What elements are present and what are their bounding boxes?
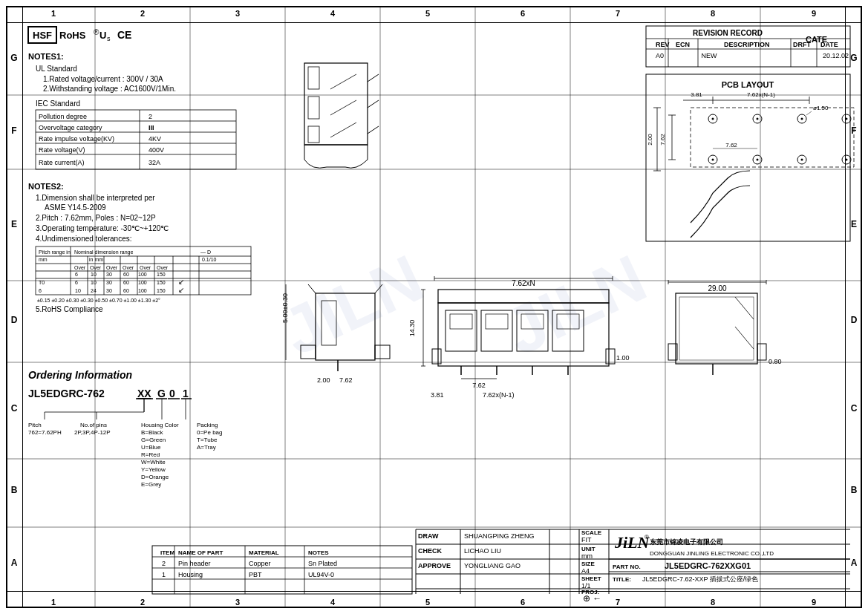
svg-text:2.00: 2.00 [647,134,653,146]
svg-text:A0: A0 [656,52,664,59]
svg-point-255 [712,118,714,120]
svg-text:ASME Y14.5-2009: ASME Y14.5-2009 [45,203,106,212]
svg-text:Over: Over [123,265,134,270]
svg-rect-192 [432,349,441,364]
svg-text:UL94V-0: UL94V-0 [308,571,334,578]
svg-text:150: 150 [157,288,166,293]
svg-text:Pollution degree: Pollution degree [39,113,87,120]
svg-text:0=Pe bag: 0=Pe bag [197,429,222,436]
svg-text:JILN: JILN [272,241,434,369]
svg-text:5.00±0.30: 5.00±0.30 [281,293,289,323]
svg-text:10: 10 [75,288,81,293]
svg-text:NAME OF PART: NAME OF PART [178,549,223,556]
svg-text:NOTES: NOTES [308,549,329,556]
svg-text:Housing: Housing [178,571,203,578]
svg-text:D: D [851,315,858,325]
svg-text:E: E [11,219,17,229]
svg-text:1: 1 [183,388,189,399]
svg-text:UNIT: UNIT [581,546,595,552]
svg-text:CE: CE [117,29,131,41]
svg-text:6: 6 [75,280,78,285]
svg-text:6: 6 [39,288,42,293]
svg-text:mm: mm [581,552,593,560]
svg-text:NEW: NEW [702,52,718,59]
svg-text:2P,3P,4P-12P: 2P,3P,4P-12P [74,429,111,436]
svg-text:REVISION RECORD: REVISION RECORD [693,29,763,37]
svg-line-175 [330,74,356,89]
svg-text:NOTES2:: NOTES2: [28,182,64,191]
svg-text:100: 100 [138,272,147,277]
svg-text:T0: T0 [39,280,45,285]
svg-text:30: 30 [106,288,112,293]
svg-text:APPROVE: APPROVE [418,562,451,569]
svg-text:FIT: FIT [581,536,592,543]
svg-text:DONGGUAN JINLING ELECTRONIC CO: DONGGUAN JINLING ELECTRONIC CO.,LTD [650,550,774,557]
svg-text:CHECK: CHECK [418,547,443,555]
svg-text:Housing Color: Housing Color [141,422,179,428]
svg-text:⊕ ←: ⊕ ← [583,593,601,604]
svg-text:in mm: in mm [89,257,103,262]
svg-text:4.Undimensioned tolerances:: 4.Undimensioned tolerances: [36,235,132,243]
svg-text:1.Rated voltage/current : 300V: 1.Rated voltage/current : 300V / 30A [43,75,163,83]
svg-text:0.80: 0.80 [769,358,782,365]
svg-text:60: 60 [123,272,129,277]
svg-text:30: 30 [106,280,112,285]
svg-text:400V: 400V [149,146,164,154]
svg-rect-168 [308,126,319,143]
svg-text:东莞市锦凌电子有限公司: 东莞市锦凌电子有限公司 [650,538,723,546]
svg-text:5: 5 [425,9,430,18]
svg-text:4: 4 [330,598,336,607]
svg-text:RoHS: RoHS [59,30,86,41]
svg-text:2.00: 2.00 [317,376,330,384]
svg-text:C: C [11,403,18,414]
svg-text:762=7.62PH: 762=7.62PH [28,429,62,436]
svg-text:W=White: W=White [141,459,166,466]
svg-text:9: 9 [812,9,816,18]
svg-text:7.62: 7.62 [725,142,737,148]
svg-text:Nominal dimension range: Nominal dimension range [74,249,133,255]
svg-text:YONGLIANG GAO: YONGLIANG GAO [464,562,521,569]
svg-text:Rate impulse voltage(KV): Rate impulse voltage(KV) [39,135,114,143]
svg-point-275 [757,159,759,161]
svg-text:XX: XX [137,388,151,399]
svg-text:®: ® [645,534,649,540]
svg-text:D: D [11,315,18,325]
svg-text:MATERIAL: MATERIAL [249,549,279,556]
svg-text:SIZE: SIZE [581,561,595,567]
svg-text:8: 8 [711,9,715,18]
svg-text:DRAW: DRAW [418,532,439,540]
svg-text:7: 7 [616,598,620,607]
svg-line-177 [330,123,356,137]
svg-text:2.Withstanding voltage : AC160: 2.Withstanding voltage : AC1600V/1Min. [43,85,176,93]
svg-text:6: 6 [521,598,525,607]
svg-text:7.62: 7.62 [339,376,353,384]
svg-text:7.62: 7.62 [659,134,666,146]
svg-point-261 [846,118,848,120]
svg-line-169 [368,74,379,82]
svg-text:JILN: JILN [495,241,657,369]
svg-text:A: A [851,558,858,568]
svg-rect-166 [308,67,319,89]
svg-rect-165 [304,63,368,145]
svg-text:U: U [99,30,106,41]
svg-text:E: E [851,219,857,229]
main-drawing: JILN JILN 1 2 3 4 5 6 7 8 9 1 2 3 4 5 6 … [0,0,868,614]
svg-text:100: 100 [138,288,147,293]
svg-text:0: 0 [169,388,175,399]
svg-text:3: 3 [235,598,240,607]
svg-text:A4: A4 [581,567,590,575]
svg-text:NOTES1:: NOTES1: [28,52,64,61]
svg-text:Packing: Packing [197,422,218,428]
svg-line-263 [806,111,812,115]
svg-text:2: 2 [140,598,145,607]
svg-text:PBT: PBT [249,571,262,578]
svg-text:Over: Over [140,265,151,270]
svg-text:24: 24 [91,288,97,293]
svg-text:5: 5 [425,598,430,607]
svg-text:®: ® [94,28,99,36]
svg-text:Over: Over [74,265,86,270]
svg-text:ECN: ECN [676,41,690,48]
svg-text:1: 1 [162,571,166,578]
svg-text:0.1/10: 0.1/10 [202,257,217,262]
svg-text:R=Red: R=Red [141,451,160,458]
